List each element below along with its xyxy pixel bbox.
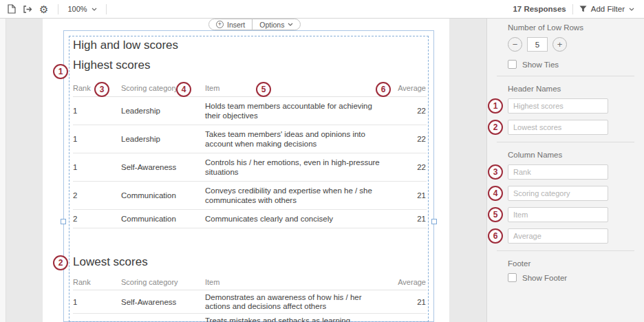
- column-header-rank: Rank: [73, 275, 121, 290]
- cell-average: [389, 314, 427, 322]
- pdf-document-icon: [8, 4, 16, 14]
- minus-icon: −: [513, 39, 518, 50]
- cell-rank: 1: [73, 125, 121, 153]
- cell-rank: 1: [73, 290, 121, 314]
- cell-rank: 1: [73, 153, 121, 182]
- high-low-scores-widget[interactable]: High and low scores Highest scores Rank …: [73, 39, 427, 228]
- annotation-callout-6: 6: [376, 82, 391, 97]
- category-column-name-input[interactable]: [508, 186, 608, 201]
- column-name-field-row: 5: [508, 207, 608, 222]
- header-names-label: Header Names: [508, 85, 634, 93]
- sidebar-divider: [497, 142, 634, 142]
- export-arrow-icon: [23, 5, 32, 14]
- column-names-label: Column Names: [508, 151, 634, 159]
- cell-average: 22: [389, 153, 427, 182]
- sidebar-divider: [497, 76, 634, 76]
- table-header-row: Rank Scoring category Item Average: [73, 275, 427, 290]
- column-header-category: Scoring category: [121, 80, 205, 97]
- annotation-callout-2: 2: [488, 120, 503, 135]
- widget-title: High and low scores: [73, 39, 427, 52]
- cell-item: Communicates clearly and concisely: [205, 210, 389, 228]
- add-filter-button[interactable]: Add Filter: [579, 5, 634, 13]
- annotation-callout-2: 2: [53, 255, 68, 270]
- cell-category: [121, 314, 205, 322]
- settings-sidebar: Number of Low Rows − 5 + Show Ties Heade…: [486, 19, 644, 322]
- column-name-field-row: 6: [508, 228, 608, 244]
- cell-category: Communication: [121, 210, 205, 228]
- item-column-name-input[interactable]: [508, 207, 608, 222]
- low-rows-label: Number of Low Rows: [508, 23, 634, 32]
- options-button[interactable]: Options: [252, 19, 301, 30]
- highest-scores-heading: Highest scores: [73, 58, 427, 72]
- cell-average: 21: [389, 290, 427, 314]
- plus-icon: +: [216, 21, 224, 28]
- cell-category: Self-Awareness: [121, 153, 205, 182]
- show-footer-checkbox[interactable]: [508, 273, 517, 282]
- annotation-callout-1: 1: [488, 98, 503, 114]
- toolbar-divider: [572, 4, 573, 14]
- average-column-name-input[interactable]: [508, 228, 608, 244]
- cell-average: 22: [389, 125, 427, 153]
- toolbar-divider: [58, 4, 58, 14]
- rank-column-name-input[interactable]: [508, 164, 608, 180]
- column-header-average: Average: [389, 275, 427, 290]
- decrement-button[interactable]: −: [508, 37, 522, 52]
- column-header-average: Average: [389, 80, 427, 97]
- column-name-field-row: 3: [508, 164, 608, 180]
- lowest-scores-section[interactable]: Lowest scores Rank Scoring category Item…: [73, 255, 427, 322]
- table-header-row: Rank Scoring category Item Average: [73, 80, 427, 97]
- increment-button[interactable]: +: [552, 37, 567, 52]
- table-row: 1 Self-Awareness Demonstrates an awarene…: [73, 290, 427, 314]
- toolbar-right-group: 17 Responses Add Filter: [513, 4, 644, 14]
- cell-category: Communication: [121, 182, 205, 210]
- header-name-field-row: 2: [508, 120, 608, 135]
- column-name-field-row: 4: [508, 186, 608, 201]
- annotation-callout-5: 5: [256, 82, 271, 97]
- footer-label: Footer: [508, 259, 634, 268]
- plus-icon: +: [557, 39, 563, 50]
- resize-handle-right[interactable]: [431, 219, 437, 224]
- low-rows-value[interactable]: 5: [527, 37, 548, 52]
- cell-average: 22: [389, 97, 427, 125]
- show-footer-option[interactable]: Show Footer: [508, 273, 634, 282]
- cell-rank: 2: [73, 210, 121, 228]
- column-header-item: Item: [205, 80, 389, 97]
- cell-item: Conveys credibility and expertise when h…: [205, 182, 389, 210]
- column-header-category: Scoring category: [121, 275, 205, 290]
- cell-rank: 1: [73, 97, 121, 125]
- show-ties-option[interactable]: Show Ties: [508, 60, 634, 69]
- cell-category: Self-Awareness: [121, 290, 205, 314]
- annotation-callout-5: 5: [488, 207, 503, 222]
- highest-scores-table: Rank Scoring category Item Average 1 Lea…: [73, 80, 427, 228]
- cell-category: Leadership: [121, 97, 205, 125]
- cell-rank: 2: [73, 182, 121, 210]
- insert-label: Insert: [227, 21, 245, 29]
- toolbar-left-group: ⚙ 100%: [0, 2, 113, 17]
- table-row: 1 Leadership Takes team members' ideas a…: [73, 125, 427, 153]
- toolbar-divider: [106, 4, 107, 14]
- column-header-item: Item: [205, 275, 389, 290]
- cell-item: Treats mistakes and setbacks as learning: [205, 314, 389, 322]
- show-ties-checkbox[interactable]: [508, 60, 517, 69]
- resize-handle-left[interactable]: [61, 219, 66, 224]
- settings-button[interactable]: ⚙: [36, 2, 52, 17]
- pdf-export-button[interactable]: [4, 2, 19, 16]
- left-rail: [0, 19, 6, 322]
- responses-count: 17 Responses: [513, 5, 566, 13]
- cell-item: Takes team members' ideas and opinions i…: [205, 125, 389, 153]
- cell-item: Controls his / her emotions, even in hig…: [205, 153, 389, 182]
- show-footer-label: Show Footer: [522, 274, 567, 282]
- table-row: 2 Communication Conveys credibility and …: [73, 182, 427, 210]
- table-row: 2 Communication Communicates clearly and…: [73, 210, 427, 228]
- lowest-scores-name-input[interactable]: [508, 120, 608, 135]
- gear-icon: ⚙: [39, 4, 48, 14]
- chevron-down-icon: [288, 23, 293, 26]
- insert-button[interactable]: + Insert: [208, 19, 253, 30]
- export-button[interactable]: [19, 3, 36, 16]
- zoom-dropdown[interactable]: 100%: [65, 3, 99, 14]
- cell-category: Leadership: [121, 125, 205, 153]
- highest-scores-name-input[interactable]: [508, 98, 608, 114]
- table-row: Treats mistakes and setbacks as learning: [73, 314, 427, 322]
- report-builder-screen: ⚙ 100% 17 Responses Add Filter + Insert: [0, 0, 644, 322]
- add-filter-label: Add Filter: [591, 5, 625, 13]
